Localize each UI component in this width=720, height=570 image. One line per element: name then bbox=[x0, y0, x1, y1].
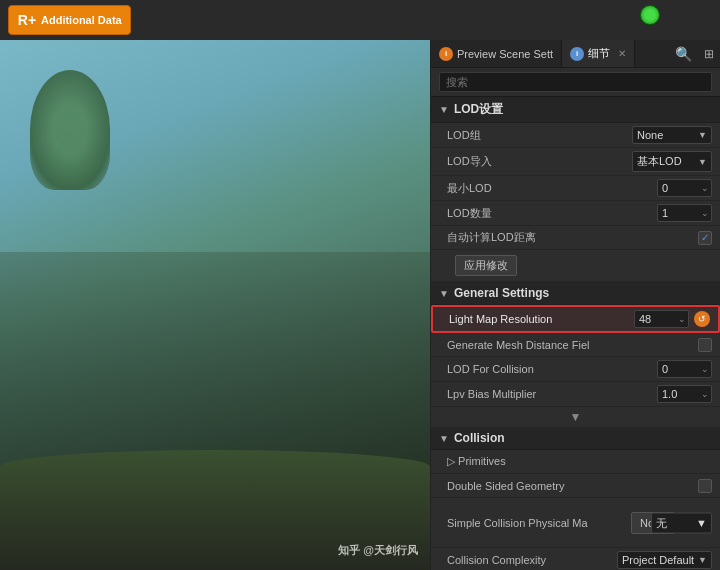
light-map-resolution-input[interactable]: 48 ⌄ bbox=[634, 310, 689, 328]
collision-complexity-dropdown[interactable]: Project Default ▼ bbox=[617, 551, 712, 569]
auto-lod-row: 自动计算LOD距离 bbox=[431, 226, 720, 250]
collision-complexity-selected: Project Default bbox=[622, 554, 694, 566]
scroll-indicator: ▼ bbox=[431, 407, 720, 427]
lod-group-selected: None bbox=[637, 129, 663, 141]
min-lod-row: 最小LOD 0 ⌄ bbox=[431, 176, 720, 201]
collision-collapse-arrow: ▼ bbox=[439, 433, 449, 444]
light-map-resolution-row: Light Map Resolution 48 ⌄ ↺ bbox=[431, 305, 720, 333]
generate-mesh-label: Generate Mesh Distance Fiel bbox=[447, 339, 698, 351]
apply-button[interactable]: 应用修改 bbox=[455, 255, 517, 276]
min-lod-spin-icon: ⌄ bbox=[699, 183, 711, 193]
lpv-bias-row: Lpv Bias Multiplier 1.0 ⌄ bbox=[431, 382, 720, 407]
collision-complexity-arrow-icon: ▼ bbox=[698, 555, 707, 565]
simple-collision-dropdown[interactable]: 无 ▼ bbox=[651, 512, 712, 533]
lod-collision-number: 0 bbox=[658, 361, 699, 377]
primitives-label: ▷ Primitives bbox=[447, 455, 712, 468]
light-map-resolution-label: Light Map Resolution bbox=[449, 313, 634, 325]
generate-mesh-checkbox[interactable] bbox=[698, 338, 712, 352]
lod-group-arrow-icon: ▼ bbox=[698, 130, 707, 140]
status-indicator bbox=[640, 5, 660, 25]
lod-count-number: 1 bbox=[658, 205, 699, 221]
lod-import-label: LOD导入 bbox=[447, 154, 632, 169]
lpv-bias-label: Lpv Bias Multiplier bbox=[447, 388, 657, 400]
min-lod-label: 最小LOD bbox=[447, 181, 657, 196]
collision-complexity-value: Project Default ▼ bbox=[617, 551, 712, 569]
lod-count-input[interactable]: 1 ⌄ bbox=[657, 204, 712, 222]
lod-group-dropdown[interactable]: None ▼ bbox=[632, 126, 712, 144]
lod-section-header[interactable]: ▼ LOD设置 bbox=[431, 97, 720, 123]
search-icon[interactable]: 🔍 bbox=[669, 46, 698, 62]
double-sided-value bbox=[698, 479, 712, 493]
double-sided-row: Double Sided Geometry bbox=[431, 474, 720, 498]
lod-group-value: None ▼ bbox=[632, 126, 712, 144]
simple-collision-row: Simple Collision Physical Ma None 无 ▼ bbox=[431, 498, 720, 548]
search-bar bbox=[431, 68, 720, 97]
lod-count-row: LOD数量 1 ⌄ bbox=[431, 201, 720, 226]
preview-tab-label: Preview Scene Sett bbox=[457, 48, 553, 60]
watermark: 知乎 @天剑行风 bbox=[338, 543, 418, 558]
main-area: 知乎 @天剑行风 i Preview Scene Sett i 细节 ✕ 🔍 ⊞ bbox=[0, 40, 720, 570]
lpv-bias-value: 1.0 ⌄ bbox=[657, 385, 712, 403]
right-panel: i Preview Scene Sett i 细节 ✕ 🔍 ⊞ ▼ LOD设置 bbox=[430, 40, 720, 570]
light-map-resolution-value: 48 ⌄ ↺ bbox=[634, 310, 710, 328]
general-collapse-arrow: ▼ bbox=[439, 288, 449, 299]
tab-close-icon[interactable]: ✕ bbox=[618, 48, 626, 59]
double-sided-label: Double Sided Geometry bbox=[447, 480, 698, 492]
lod-count-spin-icon: ⌄ bbox=[699, 208, 711, 218]
tab-detail[interactable]: i 细节 ✕ bbox=[562, 40, 635, 67]
tabs-bar: i Preview Scene Sett i 细节 ✕ 🔍 ⊞ bbox=[431, 40, 720, 68]
3d-viewport: 知乎 @天剑行风 bbox=[0, 40, 430, 570]
lod-collision-label: LOD For Collision bbox=[447, 363, 657, 375]
lod-collision-input[interactable]: 0 ⌄ bbox=[657, 360, 712, 378]
detail-tab-icon: i bbox=[570, 47, 584, 61]
lod-group-label: LOD组 bbox=[447, 128, 632, 143]
collision-section-header[interactable]: ▼ Collision bbox=[431, 427, 720, 450]
detail-tab-label: 细节 bbox=[588, 46, 610, 61]
min-lod-input[interactable]: 0 ⌄ bbox=[657, 179, 712, 197]
lod-count-value: 1 ⌄ bbox=[657, 204, 712, 222]
properties-panel: ▼ LOD设置 LOD组 None ▼ LOD导入 基本LOD bbox=[431, 97, 720, 570]
lod-section-title: LOD设置 bbox=[454, 101, 503, 118]
lod-collision-spin-icon: ⌄ bbox=[699, 364, 711, 374]
light-map-resolution-number: 48 bbox=[635, 311, 676, 327]
reset-icon[interactable]: ↺ bbox=[694, 311, 710, 327]
auto-lod-value bbox=[698, 231, 712, 245]
lod-import-row: LOD导入 基本LOD ▼ bbox=[431, 148, 720, 176]
additional-data-label: Additional Data bbox=[41, 14, 122, 26]
preview-tab-icon: i bbox=[439, 47, 453, 61]
general-section-title: General Settings bbox=[454, 286, 549, 300]
lod-group-row: LOD组 None ▼ bbox=[431, 123, 720, 148]
lod-import-arrow-icon: ▼ bbox=[698, 157, 707, 167]
lod-import-value: 基本LOD ▼ bbox=[632, 151, 712, 172]
lod-import-dropdown[interactable]: 基本LOD ▼ bbox=[632, 151, 712, 172]
collision-section-title: Collision bbox=[454, 431, 505, 445]
light-map-spin-icon: ⌄ bbox=[676, 314, 688, 324]
additional-data-button[interactable]: R+ Additional Data bbox=[8, 5, 131, 35]
generate-mesh-row: Generate Mesh Distance Fiel bbox=[431, 333, 720, 357]
additional-data-icon: R+ bbox=[17, 10, 37, 30]
lod-collapse-arrow: ▼ bbox=[439, 104, 449, 115]
lod-import-selected: 基本LOD bbox=[637, 154, 682, 169]
simple-collision-selected: 无 bbox=[656, 515, 667, 530]
top-bar: R+ Additional Data bbox=[0, 0, 720, 40]
lod-count-label: LOD数量 bbox=[447, 206, 657, 221]
lpv-bias-input[interactable]: 1.0 ⌄ bbox=[657, 385, 712, 403]
min-lod-number: 0 bbox=[658, 180, 699, 196]
lpv-bias-spin-icon: ⌄ bbox=[699, 389, 711, 399]
apply-row: 应用修改 bbox=[431, 250, 720, 282]
auto-lod-label: 自动计算LOD距离 bbox=[447, 230, 698, 245]
search-input[interactable] bbox=[439, 72, 712, 92]
generate-mesh-value bbox=[698, 338, 712, 352]
grid-icon[interactable]: ⊞ bbox=[698, 47, 720, 61]
tab-preview-scene[interactable]: i Preview Scene Sett bbox=[431, 40, 562, 67]
double-sided-checkbox[interactable] bbox=[698, 479, 712, 493]
collision-complexity-row: Collision Complexity Project Default ▼ bbox=[431, 548, 720, 570]
viewport-tree bbox=[30, 70, 110, 190]
auto-lod-checkbox[interactable] bbox=[698, 231, 712, 245]
general-section-header[interactable]: ▼ General Settings bbox=[431, 282, 720, 305]
primitives-row[interactable]: ▷ Primitives bbox=[431, 450, 720, 474]
lpv-bias-number: 1.0 bbox=[658, 386, 699, 402]
lod-collision-row: LOD For Collision 0 ⌄ bbox=[431, 357, 720, 382]
collision-complexity-label: Collision Complexity bbox=[447, 554, 617, 566]
min-lod-value: 0 ⌄ bbox=[657, 179, 712, 197]
